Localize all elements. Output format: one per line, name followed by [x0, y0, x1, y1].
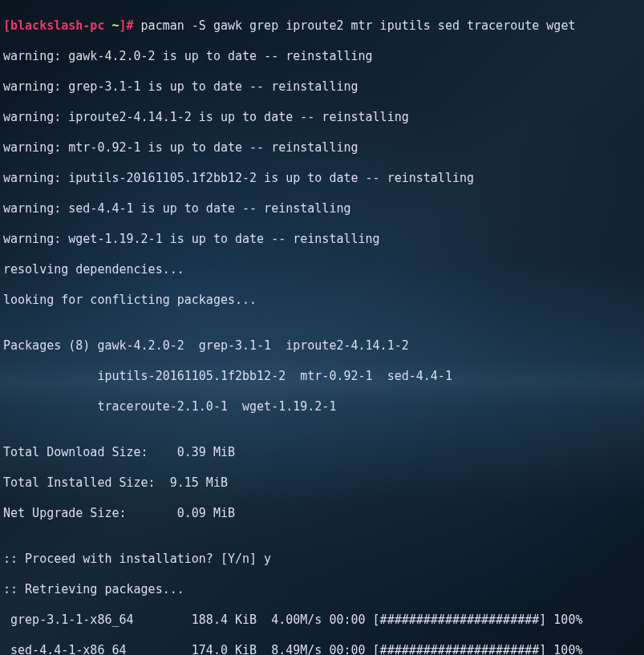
resolving-line: resolving dependencies...: [3, 262, 641, 277]
proceed-prompt[interactable]: :: Proceed with installation? [Y/n] y: [3, 552, 641, 567]
warning-line: warning: wget-1.19.2-1 is up to date -- …: [3, 232, 641, 247]
download-line: grep-3.1-1-x86_64 188.4 KiB 4.00M/s 00:0…: [3, 613, 641, 628]
retrieving-line: :: Retrieving packages...: [3, 582, 641, 597]
size-line: Total Download Size: 0.39 MiB: [3, 445, 641, 460]
prompt-user-host: blackslash-pc: [10, 18, 104, 33]
warning-line: warning: mtr-0.92-1 is up to date -- rei…: [3, 140, 641, 156]
prompt-bracket-open: [: [3, 18, 10, 33]
packages-line: traceroute-2.1.0-1 wget-1.19.2-1: [3, 399, 641, 414]
packages-line: Packages (8) gawk-4.2.0-2 grep-3.1-1 ipr…: [3, 338, 641, 354]
prompt-hash: #: [127, 18, 141, 33]
warning-line: warning: gawk-4.2.0-2 is up to date -- r…: [3, 49, 641, 64]
size-line: Net Upgrade Size: 0.09 MiB: [3, 506, 641, 521]
warning-line: warning: iproute2-4.14.1-2 is up to date…: [3, 110, 641, 125]
prompt-line-1[interactable]: [blackslash-pc ~]# pacman -S gawk grep i…: [3, 18, 641, 34]
warning-line: warning: iputils-20161105.1f2bb12-2 is u…: [3, 171, 641, 186]
conflict-line: looking for conflicting packages...: [3, 293, 641, 308]
terminal-output: [blackslash-pc ~]# pacman -S gawk grep i…: [3, 3, 641, 655]
download-line: sed-4.4-1-x86_64 174.0 KiB 8.49M/s 00:00…: [3, 643, 641, 655]
packages-line: iputils-20161105.1f2bb12-2 mtr-0.92-1 se…: [3, 369, 641, 384]
prompt-path: ~: [104, 18, 119, 33]
size-line: Total Installed Size: 9.15 MiB: [3, 475, 641, 491]
command-text: pacman -S gawk grep iproute2 mtr iputils…: [141, 18, 576, 33]
prompt-bracket-close: ]: [119, 18, 127, 33]
warning-line: warning: grep-3.1-1 is up to date -- rei…: [3, 79, 641, 95]
warning-line: warning: sed-4.4-1 is up to date -- rein…: [3, 201, 641, 216]
